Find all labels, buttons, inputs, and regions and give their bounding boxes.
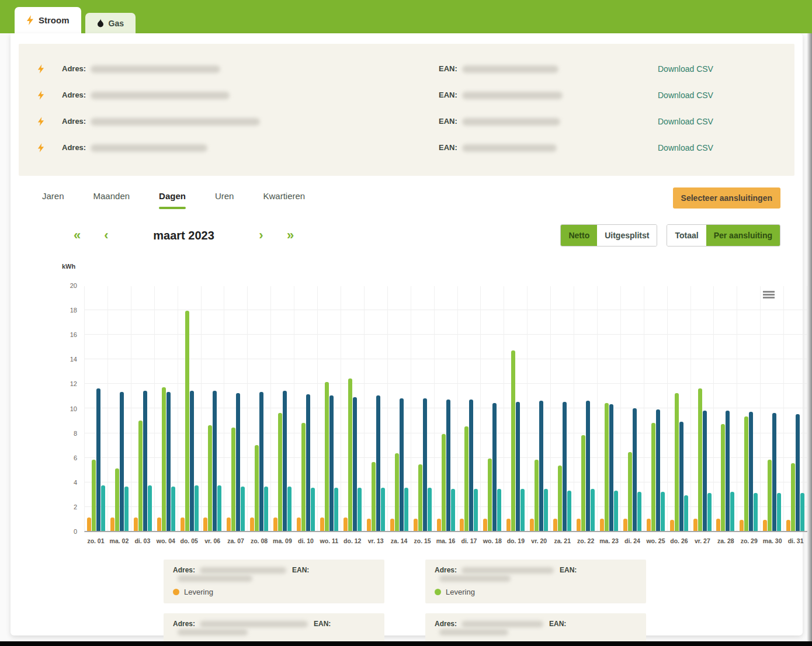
bar-series-1[interactable] <box>670 520 674 531</box>
bar-series-3[interactable] <box>283 391 287 531</box>
bar-series-3[interactable] <box>656 409 660 531</box>
bar-series-3[interactable] <box>96 388 100 531</box>
tab-gas[interactable]: Gas <box>85 13 136 33</box>
bar-series-4[interactable] <box>428 488 432 531</box>
bar-series-3[interactable] <box>469 400 473 531</box>
bar-series-2[interactable] <box>581 435 585 531</box>
bar-series-3[interactable] <box>143 391 147 531</box>
bar-series-4[interactable] <box>148 485 152 531</box>
bar-series-3[interactable] <box>120 392 124 531</box>
bar-series-2[interactable] <box>605 403 609 531</box>
bar-series-3[interactable] <box>772 413 776 531</box>
bar-series-4[interactable] <box>614 491 618 531</box>
bar-series-4[interactable] <box>451 489 455 531</box>
bar-series-1[interactable] <box>483 519 487 531</box>
bar-series-2[interactable] <box>511 350 515 531</box>
bar-series-2[interactable] <box>348 378 352 531</box>
bar-series-3[interactable] <box>516 402 520 531</box>
bar-series-3[interactable] <box>726 411 730 531</box>
tab-stroom[interactable]: Stroom <box>15 7 81 33</box>
bar-series-4[interactable] <box>497 489 501 531</box>
bar-series-1[interactable] <box>250 518 254 531</box>
bar-series-2[interactable] <box>301 423 306 531</box>
bar-series-2[interactable] <box>325 382 329 531</box>
bar-series-3[interactable] <box>236 393 240 531</box>
bar-series-3[interactable] <box>166 392 171 531</box>
chart-menu-icon[interactable] <box>763 291 775 300</box>
bar-series-3[interactable] <box>423 398 427 531</box>
bar-series-4[interactable] <box>311 488 315 531</box>
bar-series-4[interactable] <box>637 492 641 531</box>
toggle-totaal[interactable]: Totaal <box>667 225 706 246</box>
period-tab-maanden[interactable]: Maanden <box>93 191 130 209</box>
bar-series-1[interactable] <box>786 520 790 531</box>
bar-series-1[interactable] <box>647 519 651 531</box>
bar-series-2[interactable] <box>372 462 376 531</box>
bar-series-2[interactable] <box>791 463 795 531</box>
bar-series-3[interactable] <box>539 401 543 531</box>
bar-series-1[interactable] <box>110 518 114 531</box>
bar-series-3[interactable] <box>353 397 357 531</box>
previous-period-button[interactable]: ‹ <box>92 228 121 243</box>
bar-series-2[interactable] <box>744 416 748 531</box>
bar-series-2[interactable] <box>162 387 166 531</box>
bar-series-2[interactable] <box>442 434 446 531</box>
bar-series-2[interactable] <box>535 460 539 531</box>
bar-series-4[interactable] <box>567 491 571 531</box>
download-csv-link[interactable]: Download CSV <box>658 143 794 152</box>
bar-series-2[interactable] <box>464 426 469 531</box>
period-tab-uren[interactable]: Uren <box>215 191 234 209</box>
bar-series-3[interactable] <box>259 392 263 531</box>
bar-series-2[interactable] <box>138 421 143 531</box>
bar-series-4[interactable] <box>358 488 362 531</box>
download-csv-link[interactable]: Download CSV <box>658 117 794 126</box>
bar-series-2[interactable] <box>208 425 212 531</box>
bar-series-1[interactable] <box>623 519 627 531</box>
bar-series-4[interactable] <box>520 489 525 531</box>
bar-series-1[interactable] <box>87 518 91 531</box>
bar-series-3[interactable] <box>213 391 217 531</box>
bar-series-3[interactable] <box>563 402 567 531</box>
bar-series-2[interactable] <box>278 413 282 531</box>
bar-series-3[interactable] <box>400 398 404 531</box>
bar-series-1[interactable] <box>414 519 418 531</box>
period-tab-kwartieren[interactable]: Kwartieren <box>263 191 305 209</box>
bar-series-2[interactable] <box>558 466 562 531</box>
bar-series-1[interactable] <box>273 518 277 531</box>
bar-series-4[interactable] <box>171 487 175 531</box>
bar-series-1[interactable] <box>460 519 464 531</box>
bar-series-1[interactable] <box>343 518 348 531</box>
bar-series-2[interactable] <box>651 423 655 531</box>
bar-series-1[interactable] <box>716 519 720 531</box>
bar-series-3[interactable] <box>679 422 683 531</box>
bar-series-4[interactable] <box>474 489 478 531</box>
bar-series-1[interactable] <box>203 518 207 531</box>
bar-series-1[interactable] <box>134 518 138 531</box>
bar-series-2[interactable] <box>185 311 189 531</box>
bar-series-4[interactable] <box>264 487 268 531</box>
bar-series-2[interactable] <box>675 393 679 531</box>
bar-series-3[interactable] <box>749 412 753 531</box>
bar-series-2[interactable] <box>92 460 96 531</box>
bar-series-3[interactable] <box>796 414 800 531</box>
bar-series-1[interactable] <box>367 519 371 531</box>
bar-series-2[interactable] <box>255 445 259 531</box>
bar-series-4[interactable] <box>241 487 245 531</box>
bar-series-4[interactable] <box>195 485 199 531</box>
period-tab-jaren[interactable]: Jaren <box>42 191 64 209</box>
bar-series-2[interactable] <box>115 468 119 531</box>
bar-series-4[interactable] <box>800 493 804 531</box>
bar-series-1[interactable] <box>530 519 534 531</box>
bar-series-3[interactable] <box>633 408 637 532</box>
bar-series-2[interactable] <box>231 428 235 531</box>
bar-series-3[interactable] <box>703 411 707 531</box>
bar-series-1[interactable] <box>181 518 185 531</box>
bar-series-1[interactable] <box>227 518 231 531</box>
bar-series-2[interactable] <box>698 388 702 531</box>
bar-series-3[interactable] <box>329 395 334 531</box>
bar-series-1[interactable] <box>740 520 744 531</box>
period-tab-dagen[interactable]: Dagen <box>159 191 186 209</box>
toggle-per-aansluiting[interactable]: Per aansluiting <box>706 225 780 246</box>
bar-series-4[interactable] <box>591 489 595 531</box>
bar-series-2[interactable] <box>395 453 399 531</box>
